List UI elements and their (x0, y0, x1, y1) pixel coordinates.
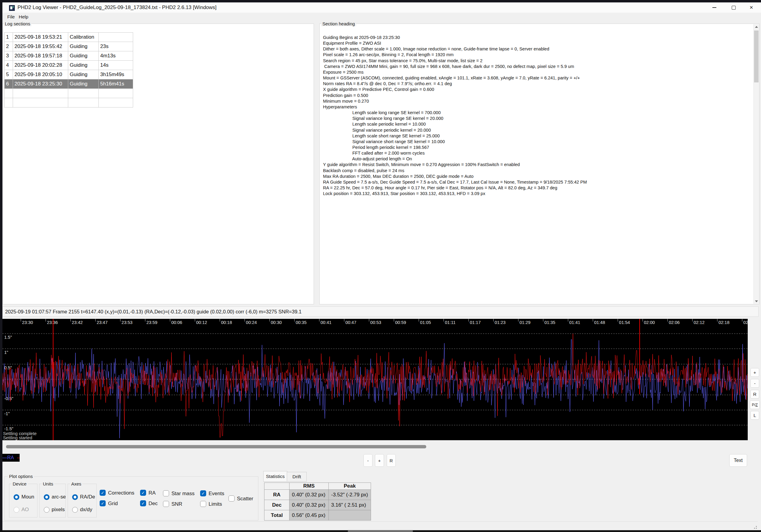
log-section-cell[interactable]: Guiding (68, 42, 99, 51)
log-section-cell[interactable]: 6 (5, 80, 13, 89)
text-view-button[interactable]: Text (729, 454, 747, 467)
log-section-cell[interactable]: Guiding (68, 70, 99, 80)
chart-zoom-in-button[interactable]: + (750, 368, 759, 377)
section-line: Prediction gain = 0.500 (323, 93, 587, 98)
log-section-row[interactable]: 62025-09-18 23:25:30Guiding5h16m41s (5, 80, 133, 89)
y-tick-label: -1" (4, 411, 10, 416)
log-section-cell[interactable]: Guiding (68, 61, 99, 70)
log-section-cell[interactable] (13, 98, 68, 107)
checkbox-limits[interactable] (200, 501, 206, 507)
chart-hscroll-thumb[interactable] (6, 445, 426, 448)
log-section-cell[interactable]: 2025-09-18 20:05:10 (13, 70, 68, 80)
log-section-row[interactable]: 42025-09-18 20:02:28Guiding14s (5, 61, 133, 70)
vscale-plus-button[interactable]: + (375, 454, 384, 467)
log-section-row[interactable]: 22025-09-18 19:55:42Guiding23s (5, 42, 133, 51)
section-line: Signal variance periodic kernel = 20.000 (323, 127, 587, 133)
guide-chart-svg: 23:3023:3623:4223:4723:5323:5900:0600:12… (2, 319, 748, 440)
menu-help[interactable]: Help (16, 13, 31, 21)
units-radio-arc-se[interactable] (44, 494, 49, 500)
log-section-cell[interactable]: 5 (5, 70, 13, 80)
log-section-cell[interactable]: 2025-09-18 19:53:21 (13, 32, 68, 42)
log-section-cell[interactable] (99, 89, 133, 98)
log-section-cell[interactable]: 2025-09-18 19:57:18 (13, 51, 68, 61)
log-section-cell[interactable]: 4 (5, 61, 13, 70)
axes-radio-dx-dy[interactable] (72, 507, 78, 513)
guide-chart[interactable]: 23:3023:3623:4223:4723:5323:5900:0600:12… (2, 319, 748, 440)
scroll-down-button[interactable] (754, 299, 759, 304)
log-section-row[interactable]: 52025-09-18 20:05:10Guiding3h15m49s (5, 70, 133, 80)
x-tick-label: 00:41 (321, 320, 331, 325)
checkbox-corrections[interactable]: ✓ (100, 490, 106, 496)
stats-col-header: RMS (289, 483, 329, 490)
minimize-button[interactable] (705, 2, 724, 13)
section-line: Guiding Begins at 2025-09-18 23:25:30 (323, 35, 587, 40)
vscale-reset-button[interactable]: R (387, 454, 396, 467)
y-tick-label: 1.5" (4, 335, 12, 340)
axes-radio-label: RA/De (80, 494, 95, 500)
log-section-cell[interactable] (99, 32, 133, 42)
chart-legend: —RA —Dec (2, 454, 20, 462)
section-line: Exposure = 2500 ms (323, 70, 587, 75)
x-tick-label: 23:36 (47, 320, 58, 325)
scroll-thumb[interactable] (754, 30, 759, 83)
log-section-cell[interactable] (68, 98, 99, 107)
log-section-cell[interactable]: 3 (5, 51, 13, 61)
log-section-cell[interactable]: 5h16m41s (99, 80, 133, 89)
close-button[interactable]: ✕ (742, 2, 761, 13)
checkbox-star-mass[interactable] (163, 490, 169, 497)
log-section-cell[interactable]: 4m13s (99, 51, 133, 61)
chart-zoom-out-button[interactable]: - (750, 379, 759, 388)
checkbox-snr[interactable] (163, 501, 169, 507)
section-scrollbar[interactable] (753, 24, 759, 304)
log-section-cell[interactable]: Guiding (68, 51, 99, 61)
checkbox-dec[interactable]: ✓ (140, 500, 146, 506)
log-section-cell[interactable]: Calibration (68, 32, 99, 42)
units-radio-pixels[interactable] (44, 507, 49, 513)
log-section-row[interactable]: 12025-09-18 19:53:21Calibration (5, 32, 133, 42)
log-section-cell[interactable] (99, 98, 133, 107)
log-section-cell[interactable]: Guiding (68, 80, 99, 89)
tab-statistics[interactable]: Statistics (263, 471, 287, 482)
log-section-cell[interactable]: 2025-09-18 19:55:42 (13, 42, 68, 51)
taskbar-pill (348, 530, 413, 532)
settling-started-annotation: Settling started (3, 436, 32, 440)
chart-reset-button[interactable]: R (750, 390, 759, 398)
scroll-up-button[interactable] (754, 24, 759, 29)
section-line: FFT called after = 2.000 worm cycles (323, 150, 587, 156)
device-radio-moun[interactable] (14, 494, 19, 500)
log-sections-label: Log sections (4, 21, 31, 26)
log-section-cell[interactable]: 3h15m49s (99, 70, 133, 80)
stats-row: RA0.40" (0.32 px)-3.52" (-2.79 px) (264, 490, 371, 500)
units-label: Units (42, 481, 54, 486)
log-section-cell[interactable] (13, 89, 68, 98)
log-section-row[interactable] (5, 89, 133, 98)
chart-lock-button[interactable]: L (750, 411, 759, 420)
section-line: Signal variance short range SE kernel = … (323, 139, 587, 145)
log-section-cell[interactable] (5, 98, 13, 107)
log-section-cell[interactable]: 23s (99, 42, 133, 51)
axes-radio-ra-de[interactable] (72, 494, 78, 500)
units-radio-label: arc-se (52, 494, 66, 500)
log-section-row[interactable]: 32025-09-18 19:57:18Guiding4m13s (5, 51, 133, 61)
log-section-cell[interactable]: 2025-09-18 23:25:30 (13, 80, 68, 89)
chart-pan-zoom-button[interactable]: P/Z (750, 400, 760, 409)
stats-value-cell (329, 510, 371, 520)
checkbox-ra[interactable]: ✓ (140, 490, 146, 496)
tab-drift[interactable]: Drift (287, 472, 307, 482)
log-section-cell[interactable]: 1 (5, 32, 13, 42)
log-section-row[interactable] (5, 98, 133, 107)
checkbox-grid[interactable]: ✓ (100, 500, 106, 506)
log-section-cell[interactable]: 2 (5, 42, 13, 51)
log-section-cell[interactable]: 2025-09-18 20:02:28 (13, 61, 68, 70)
checkbox-events[interactable]: ✓ (200, 490, 206, 497)
log-section-cell[interactable]: 14s (99, 61, 133, 70)
vscale-minus-button[interactable]: - (364, 454, 373, 467)
log-section-cell[interactable] (5, 89, 13, 98)
x-tick-label: 23:59 (146, 320, 157, 325)
section-line: Backlash comp = disabled, pulse = 24 ms (323, 168, 587, 174)
title-bar[interactable]: PHD2 Log Viewer - PHD2_GuideLog_2025-09-… (2, 2, 761, 13)
statusbar-separator (2, 521, 758, 522)
maximize-button[interactable] (724, 2, 743, 13)
log-section-cell[interactable] (68, 89, 99, 98)
checkbox-scatter[interactable] (228, 496, 235, 502)
